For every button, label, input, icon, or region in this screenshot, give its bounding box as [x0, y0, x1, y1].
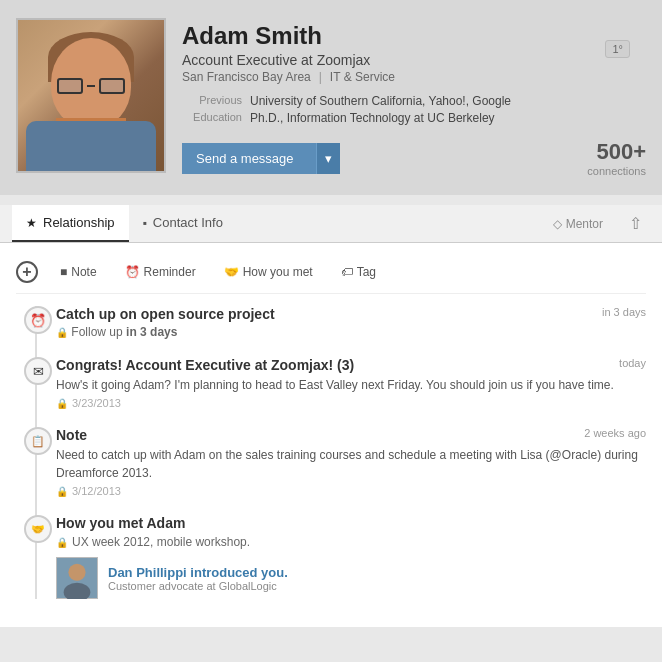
note-date: 🔒 3/12/2013 [56, 485, 646, 497]
email-time: today [619, 357, 646, 369]
connections-count: 500+ connections [587, 139, 646, 177]
tab-contact-info[interactable]: ▪ Contact Info [129, 205, 237, 242]
reminder-button[interactable]: ⏰ Reminder [119, 261, 202, 283]
introducer-avatar [56, 557, 98, 599]
collapse-button[interactable]: ⇧ [621, 210, 650, 237]
introducer-role: Customer advocate at GlobalLogic [108, 580, 288, 592]
previous-value: University of Southern California, Yahoo… [250, 94, 511, 108]
profile-title: Account Executive at Zoomjax [182, 52, 646, 68]
reminder-title: Catch up on open source project [56, 306, 646, 322]
introducer-info: Dan Phillippi introduced you. Customer a… [108, 565, 288, 592]
star-icon: ★ [26, 216, 37, 230]
email-title: Congrats! Account Executive at Zoomjax! … [56, 357, 646, 373]
tab-relationship[interactable]: ★ Relationship [12, 205, 129, 242]
tag-label-icon: 🏷 [341, 265, 353, 279]
previous-label: Previous [182, 94, 242, 108]
introducer-row: Dan Phillippi introduced you. Customer a… [56, 557, 646, 599]
timeline-item-note: 📋 2 weeks ago Note Need to catch up with… [56, 427, 646, 497]
lock-icon-4: 🔒 [56, 537, 68, 548]
note-time: 2 weeks ago [584, 427, 646, 439]
reminder-icon: ⏰ [125, 265, 140, 279]
tag-button[interactable]: 🏷 Tag [335, 261, 382, 283]
reminder-timeline-icon: ⏰ [24, 306, 52, 334]
send-message-button[interactable]: Send a message [182, 143, 316, 174]
note-timeline-icon: 📋 [24, 427, 52, 455]
education-label: Education [182, 111, 242, 125]
introducer-name[interactable]: Dan Phillippi introduced you. [108, 565, 288, 580]
content-area: + ■ Note ⏰ Reminder 🤝 How you met 🏷 Tag … [0, 243, 662, 627]
timeline-item-how-you-met: 🤝 How you met Adam 🔒 UX week 2012, mobil… [56, 515, 646, 599]
how-you-met-timeline-icon: 🤝 [24, 515, 52, 543]
mentor-button[interactable]: ◇ Mentor [543, 211, 613, 237]
note-icon: ■ [60, 265, 67, 279]
reminder-sub: 🔒 Follow up in 3 days [56, 325, 646, 339]
email-timeline-icon: ✉ [24, 357, 52, 385]
avatar [16, 18, 166, 173]
timeline-item-email: ✉ today Congrats! Account Executive at Z… [56, 357, 646, 409]
education-row: Education Ph.D., Information Technology … [182, 111, 646, 125]
profile-details: Previous University of Southern Californ… [182, 94, 646, 125]
lock-icon-1: 🔒 [56, 327, 68, 338]
degree-badge: 1° [605, 40, 630, 58]
note-title: Note [56, 427, 646, 443]
handshake-icon: 🤝 [224, 265, 239, 279]
add-button[interactable]: + [16, 261, 38, 283]
how-you-met-title: How you met Adam [56, 515, 646, 531]
note-button[interactable]: ■ Note [54, 261, 103, 283]
tabs-bar: ★ Relationship ▪ Contact Info ◇ Mentor ⇧ [0, 205, 662, 243]
action-bar: + ■ Note ⏰ Reminder 🤝 How you met 🏷 Tag [16, 255, 646, 294]
education-value: Ph.D., Information Technology at UC Berk… [250, 111, 495, 125]
timeline-item-reminder: ⏰ in 3 days Catch up on open source proj… [56, 306, 646, 339]
email-body: How's it going Adam? I'm planning to hea… [56, 376, 646, 394]
note-body: Need to catch up with Adam on the sales … [56, 446, 646, 482]
email-date: 🔒 3/23/2013 [56, 397, 646, 409]
lock-icon-3: 🔒 [56, 486, 68, 497]
timeline: ⏰ in 3 days Catch up on open source proj… [16, 306, 646, 599]
send-message-dropdown[interactable]: ▾ [316, 143, 340, 174]
how-you-met-text: 🔒 UX week 2012, mobile workshop. [56, 535, 646, 549]
how-you-met-button[interactable]: 🤝 How you met [218, 261, 319, 283]
svg-point-1 [68, 564, 85, 581]
reminder-time: in 3 days [602, 306, 646, 318]
previous-row: Previous University of Southern Californ… [182, 94, 646, 108]
lock-icon-2: 🔒 [56, 398, 68, 409]
profile-actions: Send a message ▾ 500+ connections [182, 139, 646, 177]
tag-icon: ◇ [553, 217, 562, 231]
card-icon: ▪ [143, 216, 147, 230]
profile-location: San Francisco Bay Area | IT & Service [182, 70, 646, 84]
profile-name: Adam Smith [182, 22, 646, 50]
